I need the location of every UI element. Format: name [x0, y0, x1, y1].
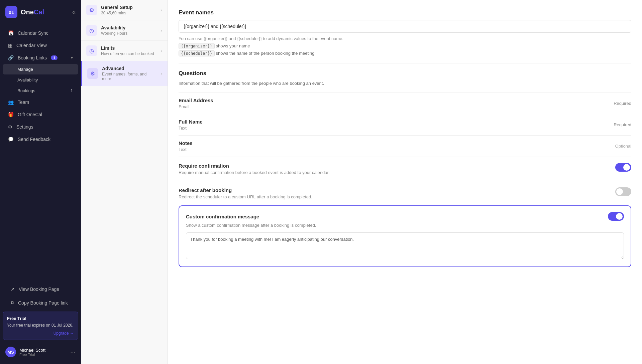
copy-booking-page-link[interactable]: ⧉ Copy Booking Page link [5, 297, 76, 309]
sidebar-item-bookings[interactable]: Bookings 1 [3, 85, 78, 96]
user-menu-icon[interactable]: ⋯ [70, 349, 76, 355]
custom-confirm-title: Custom confirmation message [186, 214, 259, 219]
advanced-icon: ⚙ [87, 68, 98, 79]
sidebar: 01 OneCal « 📅 Calendar Sync ▦ Calendar V… [0, 0, 81, 364]
question-fullname-info: Full Name Text [179, 119, 203, 131]
feedback-icon: 💬 [8, 137, 14, 142]
calendar-sync-icon: 📅 [8, 30, 14, 36]
menu-item-advanced[interactable]: ⚙ Advanced Event names, forms, and more … [81, 61, 168, 86]
menu-item-general-setup-title: General Setup [101, 5, 156, 10]
menu-item-limits-title: Limits [101, 45, 156, 51]
menu-item-availability-title: Availability [101, 25, 156, 30]
copy-icon: ⧉ [11, 300, 14, 306]
question-email-label: Email Address [179, 98, 213, 103]
require-confirmation-label: Require confirmation [179, 163, 605, 169]
chevron-right-icon: › [160, 71, 162, 76]
sidebar-item-manage[interactable]: Manage [3, 64, 78, 74]
sidebar-item-gift-onecal[interactable]: 🎁 Gift OneCal [3, 109, 78, 121]
chevron-right-icon: › [160, 28, 162, 33]
question-email-status: Required [614, 101, 631, 106]
event-names-section: Event names You can use {{organizer}} an… [179, 9, 631, 56]
require-confirmation-row: Require confirmation Require manual conf… [179, 157, 631, 181]
team-icon: 👥 [8, 100, 14, 105]
user-role: Free Trial [19, 353, 67, 357]
event-names-title: Event names [179, 9, 631, 16]
sidebar-item-team[interactable]: 👥 Team [3, 96, 78, 108]
sidebar-bottom: ↗ View Booking Page ⧉ Copy Booking Page … [0, 279, 81, 364]
chevron-down-icon: ▾ [71, 55, 73, 60]
chevron-right-icon: › [160, 7, 162, 13]
question-fullname-label: Full Name [179, 119, 203, 125]
require-confirmation-desc: Require manual confirmation before a boo… [179, 170, 605, 175]
menu-item-availability[interactable]: ◷ Availability Working Hours › [81, 20, 168, 41]
menu-item-limits-subtitle: How often you can be booked [101, 51, 156, 56]
event-name-input[interactable] [179, 20, 631, 33]
calendar-view-icon: ▦ [8, 43, 12, 48]
menu-item-advanced-title: Advanced [102, 66, 156, 71]
settings-icon: ⚙ [8, 124, 12, 130]
hint-main: You can use {{organizer}} and {{schedule… [179, 36, 631, 41]
booking-links-icon: 🔗 [8, 55, 14, 60]
upgrade-link[interactable]: Upgrade → [7, 331, 74, 336]
external-link-icon: ↗ [11, 287, 15, 292]
custom-confirmation-section: Custom confirmation message Show a custo… [179, 205, 631, 267]
menu-item-limits[interactable]: ◷ Limits How often you can be booked › [81, 41, 168, 61]
question-notes-type: Text [179, 147, 193, 152]
sidebar-item-booking-links[interactable]: 🔗 Booking Links 1 ▾ [3, 52, 78, 64]
questions-title: Questions [179, 70, 631, 77]
custom-confirmation-textarea[interactable] [186, 232, 624, 259]
free-trial-description: Your free trial expires on 01 Jul 2026. [7, 322, 74, 328]
custom-confirm-header: Custom confirmation message [186, 212, 624, 221]
logo-icon: 01 [5, 6, 17, 18]
custom-confirmation-toggle[interactable] [608, 212, 624, 221]
question-email-info: Email Address Email [179, 98, 213, 109]
free-trial-title: Free Trial [7, 316, 74, 321]
hint-scheduler: {{scheduler}} shows the name of the pers… [179, 50, 631, 56]
sidebar-item-calendar-view[interactable]: ▦ Calendar View [3, 39, 78, 51]
organizer-tag: {{organizer}} [179, 43, 215, 49]
require-confirmation-toggle[interactable] [615, 163, 631, 172]
view-booking-page-link[interactable]: ↗ View Booking Page [5, 283, 76, 295]
sidebar-item-settings[interactable]: ⚙ Settings [3, 121, 78, 133]
question-notes-info: Notes Text [179, 140, 193, 152]
booking-links-badge: 1 [51, 55, 58, 60]
question-row-email: Email Address Email Required [179, 93, 631, 114]
questions-section: Questions Information that will be gathe… [179, 70, 631, 157]
redirect-after-booking-toggle[interactable] [615, 187, 631, 196]
chevron-right-icon: › [160, 48, 162, 53]
menu-item-general-setup-subtitle: 30,45,60 mins [101, 11, 156, 15]
question-email-type: Email [179, 104, 213, 109]
gift-icon: 🎁 [8, 112, 14, 117]
logo-area: 01 OneCal « [0, 0, 81, 24]
avatar: MS [5, 347, 16, 357]
menu-item-general-setup[interactable]: ⚙ General Setup 30,45,60 mins › [81, 0, 168, 20]
scheduler-tag: {{scheduler}} [179, 50, 215, 56]
main-content: Event names You can use {{organizer}} an… [168, 0, 642, 364]
sidebar-item-calendar-sync[interactable]: 📅 Calendar Sync [3, 27, 78, 39]
question-fullname-type: Text [179, 126, 203, 131]
bookings-badge: 1 [71, 88, 73, 93]
questions-desc: Information that will be gathered from t… [179, 81, 631, 86]
question-row-fullname: Full Name Text Required [179, 114, 631, 135]
collapse-button[interactable]: « [72, 9, 76, 16]
user-row[interactable]: MS Michael Scott Free Trial ⋯ [3, 344, 78, 360]
menu-item-availability-subtitle: Working Hours [101, 31, 156, 36]
sidebar-item-availability[interactable]: Availability [3, 75, 78, 85]
redirect-after-booking-label: Redirect after booking [179, 187, 605, 193]
limits-icon: ◷ [86, 45, 97, 56]
sidebar-nav: 📅 Calendar Sync ▦ Calendar View 🔗 Bookin… [0, 24, 81, 279]
question-row-notes: Notes Text Optional [179, 135, 631, 157]
user-name: Michael Scott [19, 348, 67, 353]
hint-organizer: {{organizer}} shows your name [179, 43, 631, 49]
free-trial-box: Free Trial Your free trial expires on 01… [3, 312, 78, 340]
menu-item-advanced-subtitle: Event names, forms, and more [102, 72, 156, 81]
redirect-after-booking-row: Redirect after booking Redirect the sche… [179, 181, 631, 205]
question-notes-status: Optional [615, 144, 631, 149]
custom-confirm-desc: Show a custom confirmation message after… [186, 223, 624, 228]
user-info: Michael Scott Free Trial [19, 348, 67, 357]
question-fullname-status: Required [614, 122, 631, 127]
redirect-after-booking-desc: Redirect the scheduler to a custom URL a… [179, 194, 605, 199]
sidebar-item-send-feedback[interactable]: 💬 Send Feedback [3, 133, 78, 145]
general-setup-icon: ⚙ [86, 5, 97, 15]
middle-panel: ⚙ General Setup 30,45,60 mins › ◷ Availa… [81, 0, 168, 364]
